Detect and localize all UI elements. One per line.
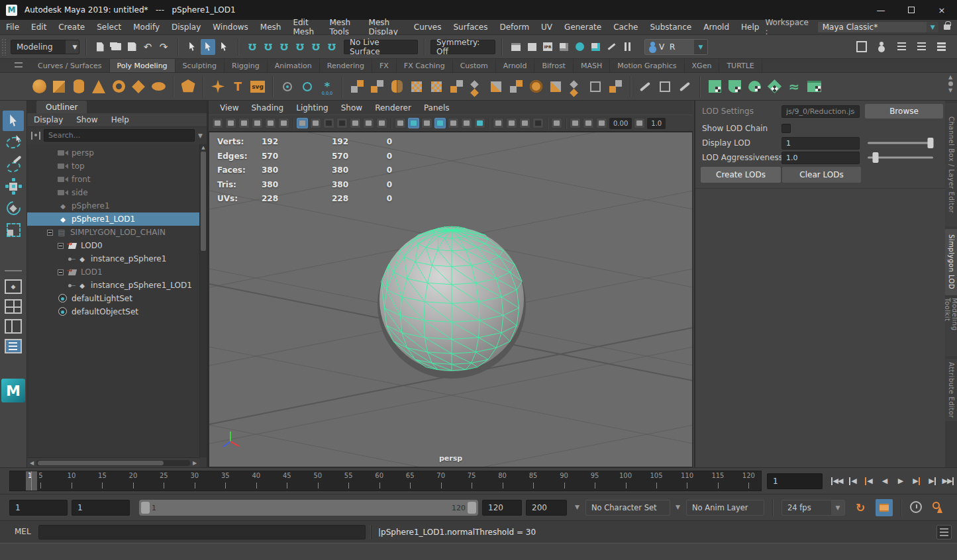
save-scene-icon[interactable] (125, 39, 139, 55)
channel-box-toggle-icon[interactable] (894, 39, 909, 55)
timeline-ruler[interactable]: 1 51015202530354045505560657075808590951… (9, 471, 762, 491)
maximize-button[interactable] (896, 0, 927, 20)
redo-icon[interactable] (156, 39, 171, 55)
render-view-icon[interactable] (509, 39, 523, 55)
scale-tool[interactable] (3, 220, 24, 240)
safe-action-icon[interactable] (363, 118, 374, 128)
shelf-tab-fx-caching[interactable]: FX Caching (397, 59, 453, 72)
planar-mapping-icon[interactable] (706, 77, 723, 96)
unfold-uvs-icon[interactable]: ≈ (785, 77, 803, 96)
object-details-icon[interactable] (854, 39, 869, 55)
play-backwards-button[interactable]: ◀ (877, 471, 892, 490)
motion-blur-icon[interactable] (506, 118, 517, 128)
outliner-item-psphere1-lod1[interactable]: pSphere1_LOD1 (27, 212, 199, 226)
make-live-icon[interactable] (325, 39, 339, 55)
display-lod-field[interactable] (781, 137, 860, 150)
outliner-menu-help[interactable]: Help (111, 115, 129, 124)
sidebar-tab-attribute-editor[interactable]: Attribute Editor (945, 359, 957, 421)
quadrangulate-icon[interactable] (468, 77, 485, 96)
outliner-hscrollbar[interactable]: ◀ ▶ (27, 457, 199, 467)
lock-workspace-icon[interactable] (944, 24, 950, 30)
outliner-menu-display[interactable]: Display (34, 115, 63, 124)
mel-label[interactable]: MEL (15, 527, 31, 536)
field-chart-icon[interactable] (350, 118, 361, 128)
outliner-item-lod1[interactable]: LOD1 (27, 265, 199, 279)
step-forward-frame-button[interactable]: ▶ (925, 471, 940, 490)
camera-bookmark-icon[interactable] (238, 118, 250, 128)
outliner-item-defaultlightset[interactable]: defaultLightSet (27, 292, 199, 305)
current-time-marker[interactable]: 1 (26, 471, 37, 490)
shelf-tab-arnold[interactable]: Arnold (496, 59, 535, 72)
viewport-menu-show[interactable]: Show (336, 103, 368, 113)
shelf-scroll[interactable]: ▲ ▼ (946, 74, 955, 93)
smooth-icon[interactable] (408, 77, 425, 96)
close-button[interactable]: × (927, 0, 957, 20)
slider-handle[interactable] (928, 138, 934, 148)
super-shape-icon[interactable] (209, 77, 227, 96)
scroll-left-icon[interactable]: ◀ (27, 460, 36, 466)
viewport-menu-panels[interactable]: Panels (419, 103, 455, 113)
menu-create[interactable]: Create (52, 23, 91, 32)
outliner-item-top[interactable]: top (27, 160, 199, 173)
menu-set-dropdown[interactable]: Modeling ▼ (11, 40, 79, 54)
tool-settings-toggle-icon[interactable] (934, 39, 948, 55)
scroll-down-icon[interactable]: ▼ (948, 87, 952, 93)
textured-icon[interactable] (434, 118, 446, 128)
gate-mask-icon[interactable] (336, 118, 348, 128)
snap-to-curve-icon[interactable] (261, 39, 276, 55)
filter-icon[interactable] (31, 132, 40, 140)
select-tool[interactable] (3, 111, 24, 131)
reduction-path-field[interactable] (781, 105, 860, 118)
live-surface-field[interactable]: No Live Surface (344, 40, 418, 54)
shelf-tab-motion-graphics[interactable]: Motion Graphics (610, 59, 684, 72)
menu-uv[interactable]: UV (535, 23, 558, 32)
hypershade-icon[interactable] (572, 39, 587, 55)
menu-curves[interactable]: Curves (408, 23, 448, 32)
display-lod-slider[interactable] (868, 137, 933, 149)
outliner-item-defaultobjectset[interactable]: defaultObjectSet (27, 305, 199, 318)
menu-display[interactable]: Display (166, 23, 207, 32)
menu-windows[interactable]: Windows (207, 23, 254, 32)
shelf-tab-custom[interactable]: Custom (453, 59, 496, 72)
minimize-button[interactable]: — (866, 0, 896, 20)
poly-type-text-icon[interactable]: T (229, 77, 246, 96)
chevron-down-icon[interactable]: ▼ (198, 132, 203, 139)
play-forwards-button[interactable]: ▶ (893, 471, 908, 490)
viewport-menu-lighting[interactable]: Lighting (291, 103, 334, 113)
poly-disc-icon[interactable] (150, 77, 167, 96)
shelf-tab-fx[interactable]: FX (372, 59, 397, 72)
bevel-icon[interactable] (487, 77, 505, 96)
shelf-tab-animation[interactable]: Animation (268, 59, 320, 72)
playback-loop-icon[interactable]: ↻ (856, 501, 865, 514)
slider-handle[interactable] (872, 152, 878, 163)
outliner-item-side[interactable]: side (27, 186, 199, 199)
select-by-component-icon[interactable] (217, 39, 231, 55)
image-plane-icon[interactable] (252, 118, 263, 128)
current-frame-field[interactable] (767, 473, 823, 489)
pause-viewport-icon[interactable] (620, 39, 634, 55)
clear-lods-button[interactable]: Clear LODs (782, 167, 861, 183)
exposure-value[interactable]: 0.00 (609, 118, 632, 129)
scrollbar-thumb[interactable] (38, 461, 164, 465)
snap-to-grid-icon[interactable] (245, 39, 260, 55)
auto-keyframe-icon[interactable] (931, 501, 943, 513)
outliner-vscrollbar[interactable]: ▲ (199, 144, 207, 457)
go-to-end-button[interactable]: ▶▶ (940, 471, 956, 490)
range-start-handle[interactable] (141, 502, 150, 514)
lasso-select-tool[interactable] (3, 132, 24, 153)
lod-aggressiveness-slider[interactable] (868, 152, 933, 163)
xray-joints-icon[interactable] (583, 118, 594, 128)
gamma-value[interactable]: 1.0 (647, 118, 666, 129)
resolution-gate-icon[interactable] (323, 118, 334, 128)
quad-draw-icon[interactable] (676, 77, 693, 96)
gamma-icon[interactable] (634, 118, 645, 128)
sidebar-tab-channel-box-layer-editor[interactable]: Channel Box / Layer Editor (945, 103, 957, 226)
poly-torus-icon[interactable] (110, 77, 127, 96)
outliner-item-instance-psphere1[interactable]: instance_pSphere1 (27, 252, 199, 265)
outliner-item-lod0[interactable]: LOD0 (27, 239, 199, 252)
step-back-frame-button[interactable]: ◀ (845, 471, 860, 490)
crease-tool-icon[interactable] (636, 77, 654, 96)
viewport-menu-shading[interactable]: Shading (246, 103, 289, 113)
film-gate-icon[interactable] (310, 118, 321, 128)
scroll-right-icon[interactable]: ▶ (190, 460, 199, 466)
